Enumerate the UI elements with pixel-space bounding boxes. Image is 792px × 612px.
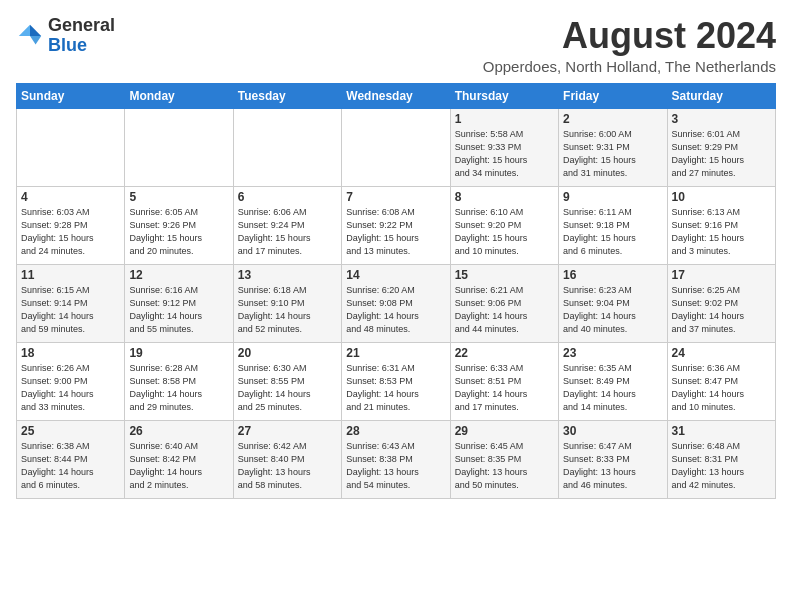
day-number: 10	[672, 190, 771, 204]
day-info: Sunrise: 6:21 AM Sunset: 9:06 PM Dayligh…	[455, 284, 554, 336]
day-cell	[233, 108, 341, 186]
day-number: 31	[672, 424, 771, 438]
day-number: 21	[346, 346, 445, 360]
day-info: Sunrise: 6:00 AM Sunset: 9:31 PM Dayligh…	[563, 128, 662, 180]
col-friday: Friday	[559, 83, 667, 108]
day-cell: 21Sunrise: 6:31 AM Sunset: 8:53 PM Dayli…	[342, 342, 450, 420]
day-info: Sunrise: 6:03 AM Sunset: 9:28 PM Dayligh…	[21, 206, 120, 258]
day-info: Sunrise: 6:23 AM Sunset: 9:04 PM Dayligh…	[563, 284, 662, 336]
day-cell: 12Sunrise: 6:16 AM Sunset: 9:12 PM Dayli…	[125, 264, 233, 342]
day-number: 13	[238, 268, 337, 282]
day-info: Sunrise: 6:25 AM Sunset: 9:02 PM Dayligh…	[672, 284, 771, 336]
logo-text: General Blue	[48, 16, 115, 56]
day-cell: 22Sunrise: 6:33 AM Sunset: 8:51 PM Dayli…	[450, 342, 558, 420]
day-cell: 31Sunrise: 6:48 AM Sunset: 8:31 PM Dayli…	[667, 420, 775, 498]
col-sunday: Sunday	[17, 83, 125, 108]
calendar-header: Sunday Monday Tuesday Wednesday Thursday…	[17, 83, 776, 108]
day-cell: 17Sunrise: 6:25 AM Sunset: 9:02 PM Dayli…	[667, 264, 775, 342]
day-info: Sunrise: 6:42 AM Sunset: 8:40 PM Dayligh…	[238, 440, 337, 492]
day-cell: 13Sunrise: 6:18 AM Sunset: 9:10 PM Dayli…	[233, 264, 341, 342]
col-monday: Monday	[125, 83, 233, 108]
day-number: 16	[563, 268, 662, 282]
day-info: Sunrise: 6:40 AM Sunset: 8:42 PM Dayligh…	[129, 440, 228, 492]
day-cell: 8Sunrise: 6:10 AM Sunset: 9:20 PM Daylig…	[450, 186, 558, 264]
day-number: 6	[238, 190, 337, 204]
calendar-body: 1Sunrise: 5:58 AM Sunset: 9:33 PM Daylig…	[17, 108, 776, 498]
day-number: 30	[563, 424, 662, 438]
day-number: 9	[563, 190, 662, 204]
week-row-2: 4Sunrise: 6:03 AM Sunset: 9:28 PM Daylig…	[17, 186, 776, 264]
day-info: Sunrise: 6:26 AM Sunset: 9:00 PM Dayligh…	[21, 362, 120, 414]
day-number: 12	[129, 268, 228, 282]
day-number: 23	[563, 346, 662, 360]
day-cell: 7Sunrise: 6:08 AM Sunset: 9:22 PM Daylig…	[342, 186, 450, 264]
col-wednesday: Wednesday	[342, 83, 450, 108]
day-number: 28	[346, 424, 445, 438]
day-info: Sunrise: 6:31 AM Sunset: 8:53 PM Dayligh…	[346, 362, 445, 414]
day-info: Sunrise: 6:20 AM Sunset: 9:08 PM Dayligh…	[346, 284, 445, 336]
day-cell: 28Sunrise: 6:43 AM Sunset: 8:38 PM Dayli…	[342, 420, 450, 498]
day-info: Sunrise: 6:43 AM Sunset: 8:38 PM Dayligh…	[346, 440, 445, 492]
day-cell: 16Sunrise: 6:23 AM Sunset: 9:04 PM Dayli…	[559, 264, 667, 342]
day-number: 4	[21, 190, 120, 204]
logo-icon	[16, 22, 44, 50]
col-saturday: Saturday	[667, 83, 775, 108]
day-cell: 3Sunrise: 6:01 AM Sunset: 9:29 PM Daylig…	[667, 108, 775, 186]
day-cell: 27Sunrise: 6:42 AM Sunset: 8:40 PM Dayli…	[233, 420, 341, 498]
day-number: 22	[455, 346, 554, 360]
day-info: Sunrise: 6:11 AM Sunset: 9:18 PM Dayligh…	[563, 206, 662, 258]
day-cell: 18Sunrise: 6:26 AM Sunset: 9:00 PM Dayli…	[17, 342, 125, 420]
day-cell: 14Sunrise: 6:20 AM Sunset: 9:08 PM Dayli…	[342, 264, 450, 342]
day-cell: 9Sunrise: 6:11 AM Sunset: 9:18 PM Daylig…	[559, 186, 667, 264]
day-number: 15	[455, 268, 554, 282]
day-number: 3	[672, 112, 771, 126]
day-info: Sunrise: 6:18 AM Sunset: 9:10 PM Dayligh…	[238, 284, 337, 336]
day-info: Sunrise: 6:10 AM Sunset: 9:20 PM Dayligh…	[455, 206, 554, 258]
day-number: 8	[455, 190, 554, 204]
week-row-3: 11Sunrise: 6:15 AM Sunset: 9:14 PM Dayli…	[17, 264, 776, 342]
day-number: 27	[238, 424, 337, 438]
day-info: Sunrise: 6:28 AM Sunset: 8:58 PM Dayligh…	[129, 362, 228, 414]
day-number: 29	[455, 424, 554, 438]
day-number: 24	[672, 346, 771, 360]
day-info: Sunrise: 6:05 AM Sunset: 9:26 PM Dayligh…	[129, 206, 228, 258]
day-info: Sunrise: 5:58 AM Sunset: 9:33 PM Dayligh…	[455, 128, 554, 180]
day-number: 19	[129, 346, 228, 360]
calendar-table: Sunday Monday Tuesday Wednesday Thursday…	[16, 83, 776, 499]
day-info: Sunrise: 6:06 AM Sunset: 9:24 PM Dayligh…	[238, 206, 337, 258]
day-cell	[125, 108, 233, 186]
day-number: 18	[21, 346, 120, 360]
day-number: 1	[455, 112, 554, 126]
day-number: 7	[346, 190, 445, 204]
col-tuesday: Tuesday	[233, 83, 341, 108]
col-thursday: Thursday	[450, 83, 558, 108]
day-info: Sunrise: 6:48 AM Sunset: 8:31 PM Dayligh…	[672, 440, 771, 492]
week-row-4: 18Sunrise: 6:26 AM Sunset: 9:00 PM Dayli…	[17, 342, 776, 420]
day-cell: 2Sunrise: 6:00 AM Sunset: 9:31 PM Daylig…	[559, 108, 667, 186]
svg-marker-1	[30, 36, 41, 44]
day-info: Sunrise: 6:33 AM Sunset: 8:51 PM Dayligh…	[455, 362, 554, 414]
day-cell: 15Sunrise: 6:21 AM Sunset: 9:06 PM Dayli…	[450, 264, 558, 342]
day-info: Sunrise: 6:15 AM Sunset: 9:14 PM Dayligh…	[21, 284, 120, 336]
day-info: Sunrise: 6:36 AM Sunset: 8:47 PM Dayligh…	[672, 362, 771, 414]
day-cell: 19Sunrise: 6:28 AM Sunset: 8:58 PM Dayli…	[125, 342, 233, 420]
svg-marker-0	[30, 25, 41, 36]
day-info: Sunrise: 6:45 AM Sunset: 8:35 PM Dayligh…	[455, 440, 554, 492]
day-cell: 24Sunrise: 6:36 AM Sunset: 8:47 PM Dayli…	[667, 342, 775, 420]
day-number: 11	[21, 268, 120, 282]
logo: General Blue	[16, 16, 115, 56]
day-number: 20	[238, 346, 337, 360]
day-info: Sunrise: 6:08 AM Sunset: 9:22 PM Dayligh…	[346, 206, 445, 258]
day-cell: 10Sunrise: 6:13 AM Sunset: 9:16 PM Dayli…	[667, 186, 775, 264]
title-section: August 2024 Opperdoes, North Holland, Th…	[483, 16, 776, 75]
day-number: 5	[129, 190, 228, 204]
day-cell: 26Sunrise: 6:40 AM Sunset: 8:42 PM Dayli…	[125, 420, 233, 498]
day-cell: 11Sunrise: 6:15 AM Sunset: 9:14 PM Dayli…	[17, 264, 125, 342]
day-info: Sunrise: 6:16 AM Sunset: 9:12 PM Dayligh…	[129, 284, 228, 336]
week-row-5: 25Sunrise: 6:38 AM Sunset: 8:44 PM Dayli…	[17, 420, 776, 498]
day-info: Sunrise: 6:38 AM Sunset: 8:44 PM Dayligh…	[21, 440, 120, 492]
day-info: Sunrise: 6:30 AM Sunset: 8:55 PM Dayligh…	[238, 362, 337, 414]
month-title: August 2024	[483, 16, 776, 56]
day-number: 14	[346, 268, 445, 282]
day-cell: 4Sunrise: 6:03 AM Sunset: 9:28 PM Daylig…	[17, 186, 125, 264]
